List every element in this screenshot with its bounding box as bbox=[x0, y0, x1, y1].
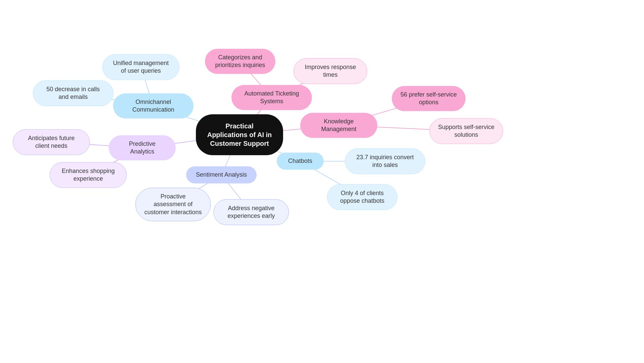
node-proactive: Proactive assessment of customer interac… bbox=[136, 188, 211, 221]
node-oppose: Only 4 of clients oppose chatbots bbox=[327, 184, 397, 210]
node-inquiries-sales: 23.7 inquiries convert into sales bbox=[345, 148, 425, 174]
node-knowledge: Knowledge Management bbox=[300, 113, 377, 138]
node-prefer: 56 prefer self-service options bbox=[392, 86, 466, 111]
mind-map-canvas: Practical Applications of AI in Customer… bbox=[0, 0, 644, 363]
node-omnichannel: Omnichannel Communication bbox=[113, 94, 194, 119]
node-unified: Unified management of user queries bbox=[102, 54, 179, 80]
node-predictive: Predictive Analytics bbox=[109, 135, 176, 161]
node-enhances: Enhances shopping experience bbox=[50, 162, 127, 188]
node-supports: Supports self-service solutions bbox=[429, 118, 503, 144]
node-address: Address negative experiences early bbox=[214, 199, 289, 225]
node-improves: Improves response times bbox=[293, 58, 367, 84]
node-chatbots: Chatbots bbox=[277, 153, 324, 170]
node-automated: Automated Ticketing Systems bbox=[231, 85, 312, 110]
node-decrease: 50 decrease in calls and emails bbox=[33, 80, 113, 106]
center-node: Practical Applications of AI in Customer… bbox=[196, 114, 283, 155]
node-anticipates: Anticipates future client needs bbox=[13, 129, 90, 155]
node-sentiment: Sentiment Analysis bbox=[186, 166, 257, 183]
node-categorizes: Categorizes and prioritizes inquiries bbox=[205, 49, 275, 74]
